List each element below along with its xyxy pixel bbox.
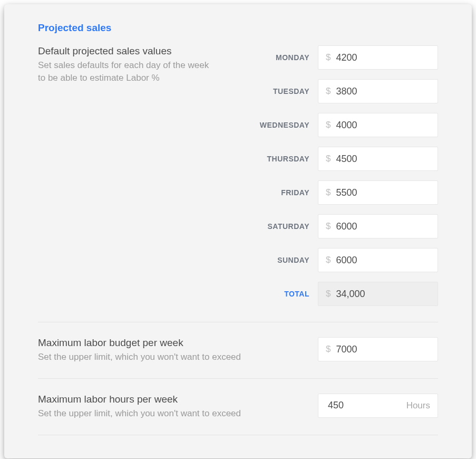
day-input-wrap-sunday[interactable]: $ — [318, 248, 438, 272]
day-row-tuesday: TUESDAY $ — [260, 79, 438, 103]
max-budget-block: Maximum labor budget per week Set the up… — [38, 322, 438, 379]
day-row-wednesday: WEDNESDAY $ — [260, 113, 438, 137]
day-label-monday: MONDAY — [276, 53, 309, 62]
day-label-tuesday: TUESDAY — [273, 87, 309, 95]
day-input-wrap-thursday[interactable]: $ — [318, 147, 438, 171]
day-row-sunday: SUNDAY $ — [260, 248, 438, 272]
day-fields: MONDAY $ TUESDAY $ WEDNESDAY $ — [260, 45, 438, 306]
currency-icon: $ — [318, 255, 336, 265]
day-input-friday[interactable] — [336, 181, 438, 204]
day-row-thursday: THURSDAY $ — [260, 147, 438, 171]
day-row-monday: MONDAY $ — [260, 45, 438, 70]
max-hours-heading: Maximum labor hours per week — [38, 394, 241, 405]
day-input-saturday[interactable] — [336, 215, 438, 238]
day-input-wrap-friday[interactable]: $ — [318, 180, 438, 205]
day-row-saturday: SATURDAY $ — [260, 214, 438, 238]
projected-sales-heading: Default projected sales values — [38, 45, 212, 57]
total-display: $ 34,000 — [318, 282, 438, 306]
currency-icon: $ — [318, 289, 336, 299]
max-hours-subtitle: Set the upper limit, which you won't wan… — [38, 407, 241, 420]
day-row-friday: FRIDAY $ — [260, 180, 438, 205]
max-budget-input-wrap[interactable]: $ — [318, 337, 438, 361]
day-input-wrap-wednesday[interactable]: $ — [318, 113, 438, 137]
max-hours-input[interactable] — [318, 394, 406, 417]
total-label: TOTAL — [284, 290, 309, 298]
day-input-thursday[interactable] — [336, 147, 438, 170]
total-value: 34,000 — [336, 289, 365, 300]
day-row-total: TOTAL $ 34,000 — [260, 282, 438, 306]
section-title: Projected sales — [38, 22, 438, 34]
hours-suffix: Hours — [406, 400, 438, 411]
day-input-tuesday[interactable] — [336, 80, 438, 103]
day-input-wrap-tuesday[interactable]: $ — [318, 79, 438, 103]
day-label-sunday: SUNDAY — [277, 256, 309, 264]
max-budget-description: Maximum labor budget per week Set the up… — [38, 337, 241, 364]
currency-icon: $ — [318, 86, 336, 97]
day-input-wednesday[interactable] — [336, 113, 438, 137]
max-hours-block: Maximum labor hours per week Set the upp… — [38, 379, 438, 435]
currency-icon: $ — [318, 344, 336, 355]
currency-icon: $ — [318, 120, 336, 130]
day-label-wednesday: WEDNESDAY — [260, 121, 309, 129]
settings-card: Projected sales Default projected sales … — [4, 4, 472, 458]
currency-icon: $ — [318, 221, 336, 232]
max-budget-subtitle: Set the upper limit, which you won't wan… — [38, 351, 241, 364]
currency-icon: $ — [318, 187, 336, 198]
day-input-monday[interactable] — [336, 46, 438, 69]
day-input-wrap-saturday[interactable]: $ — [318, 214, 438, 238]
max-hours-description: Maximum labor hours per week Set the upp… — [38, 394, 241, 420]
max-budget-heading: Maximum labor budget per week — [38, 337, 241, 349]
currency-icon: $ — [318, 154, 336, 164]
max-budget-input[interactable] — [336, 338, 438, 361]
day-label-thursday: THURSDAY — [267, 155, 310, 163]
day-input-wrap-monday[interactable]: $ — [318, 45, 438, 70]
currency-icon: $ — [318, 52, 336, 63]
day-label-saturday: SATURDAY — [268, 222, 309, 231]
day-input-sunday[interactable] — [336, 248, 438, 272]
max-hours-input-wrap[interactable]: Hours — [318, 394, 438, 418]
projected-sales-block: Default projected sales values Set sales… — [38, 45, 438, 322]
projected-sales-description: Default projected sales values Set sales… — [38, 45, 212, 84]
projected-sales-subtitle: Set sales defaults for each day of the w… — [38, 59, 212, 84]
day-label-friday: FRIDAY — [281, 188, 309, 197]
